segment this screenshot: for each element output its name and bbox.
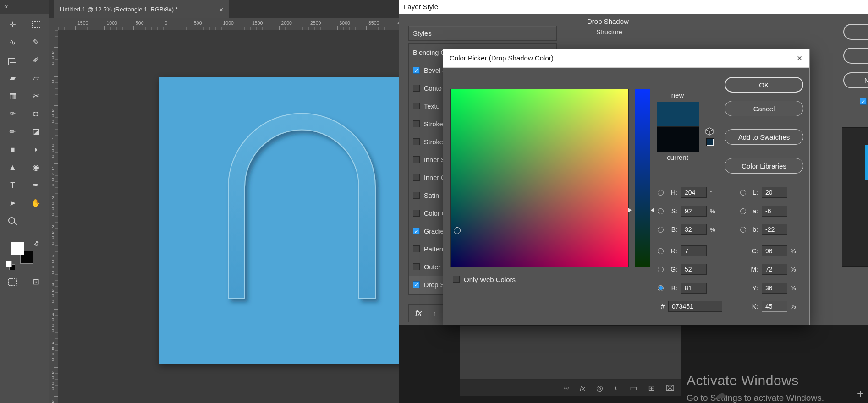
new-layer-icon[interactable]: ⊞ bbox=[648, 383, 654, 393]
value-input[interactable]: 92 bbox=[681, 206, 707, 217]
pen-tool-icon[interactable]: ✒ bbox=[24, 176, 48, 194]
color-picker-titlebar[interactable]: Color Picker (Drop Shadow Color) × bbox=[443, 49, 809, 68]
field-radio[interactable] bbox=[658, 227, 664, 233]
pencil-tool-icon[interactable]: ✏ bbox=[1, 123, 24, 141]
eyedropper-tool-icon[interactable]: ✐ bbox=[24, 51, 48, 69]
style-checkbox[interactable] bbox=[413, 85, 420, 92]
clone-stamp-tool-icon[interactable]: ◘ bbox=[24, 105, 48, 123]
field-radio[interactable] bbox=[740, 227, 746, 233]
value-input[interactable]: 52 bbox=[681, 264, 707, 275]
color-field[interactable] bbox=[450, 89, 629, 267]
zoom-tool-icon[interactable] bbox=[1, 212, 24, 230]
value-input[interactable]: 72 bbox=[762, 264, 787, 275]
cancel-button[interactable]: Cancel bbox=[725, 101, 803, 116]
field-radio[interactable] bbox=[740, 190, 746, 196]
rectangle-shape-tool-icon[interactable]: ■ bbox=[1, 141, 24, 158]
style-checkbox[interactable]: ✓ bbox=[413, 228, 420, 234]
collapse-panel-icon[interactable]: « bbox=[4, 2, 8, 10]
scissors-tool-icon[interactable]: ✂ bbox=[24, 87, 48, 105]
eraser-tool-icon[interactable]: ◪ bbox=[24, 123, 48, 141]
document-tab[interactable]: Untitled-1 @ 12.5% (Rectangle 1, RGB/8#)… bbox=[54, 0, 229, 18]
ls-ok-button[interactable] bbox=[843, 24, 868, 40]
quick-mask-icon[interactable] bbox=[1, 273, 24, 291]
slider-marker-right-icon[interactable] bbox=[651, 208, 654, 212]
move-tool-icon[interactable]: ✛ bbox=[1, 16, 24, 33]
value-input[interactable]: 36 bbox=[762, 283, 787, 294]
mesh-tool-icon[interactable]: ▦ bbox=[1, 87, 24, 105]
style-checkbox[interactable]: ✓ bbox=[413, 281, 420, 288]
style-checkbox[interactable] bbox=[413, 210, 420, 217]
field-radio[interactable] bbox=[658, 285, 664, 291]
screen-mode-icon[interactable]: ⊡ bbox=[24, 273, 48, 291]
add-to-swatches-button[interactable]: Add to Swatches bbox=[725, 129, 803, 145]
default-colors-icon[interactable] bbox=[6, 261, 12, 267]
field-radio[interactable] bbox=[658, 190, 664, 196]
layer-style-titlebar[interactable]: Layer Style bbox=[399, 0, 868, 14]
value-input[interactable]: 96 bbox=[762, 245, 787, 256]
hex-input[interactable]: 073451 bbox=[668, 301, 722, 312]
style-checkbox[interactable] bbox=[413, 192, 420, 199]
value-input[interactable]: 7 bbox=[681, 245, 707, 256]
close-icon[interactable]: × bbox=[797, 49, 802, 67]
current-color-swatch[interactable] bbox=[657, 126, 699, 152]
field-radio[interactable] bbox=[658, 248, 664, 254]
add-panel-icon[interactable]: + bbox=[857, 387, 864, 401]
only-web-colors-checkbox[interactable] bbox=[453, 276, 460, 283]
style-checkbox[interactable] bbox=[413, 263, 420, 270]
foreground-color-swatch[interactable] bbox=[11, 242, 24, 255]
ok-button[interactable]: OK bbox=[725, 77, 803, 93]
style-checkbox[interactable] bbox=[413, 103, 420, 109]
style-checkbox[interactable] bbox=[413, 156, 420, 163]
style-checkbox[interactable] bbox=[413, 138, 420, 145]
color-slider[interactable] bbox=[635, 89, 650, 267]
style-checkbox[interactable] bbox=[413, 174, 420, 181]
value-input[interactable]: 32 bbox=[681, 224, 707, 235]
crop-tool-icon[interactable] bbox=[1, 51, 24, 69]
field-radio[interactable] bbox=[740, 208, 746, 214]
smudge-tool-icon[interactable]: ◗ bbox=[24, 141, 48, 158]
preview-checkbox[interactable]: ✓ bbox=[860, 98, 867, 105]
vertical-ruler[interactable]: 5000500100015002000250030003500400045005… bbox=[49, 30, 59, 403]
more-tools-icon[interactable]: … bbox=[24, 212, 48, 230]
adjustment-layer-icon[interactable]: ◐ bbox=[614, 383, 619, 392]
delete-layer-icon[interactable]: ⌧ bbox=[665, 383, 675, 393]
value-input[interactable]: 81 bbox=[681, 283, 707, 294]
path-select-tool-icon[interactable]: ➤ bbox=[1, 194, 24, 212]
style-checkbox[interactable]: ✓ bbox=[413, 67, 420, 74]
field-radio[interactable] bbox=[658, 267, 664, 272]
lasso-tool-icon[interactable]: ∿ bbox=[1, 33, 24, 51]
dodge-tool-icon[interactable]: ◉ bbox=[24, 158, 48, 176]
type-tool-icon[interactable]: T bbox=[1, 176, 24, 194]
healing-brush-tool-icon[interactable]: ▱ bbox=[24, 69, 48, 87]
triangle-shape-tool-icon[interactable]: ▲ bbox=[1, 158, 24, 176]
style-checkbox[interactable] bbox=[413, 245, 420, 252]
layer-mask-icon[interactable]: ◎ bbox=[596, 383, 603, 393]
add-effect-icon[interactable]: fx bbox=[415, 309, 422, 317]
swap-colors-icon[interactable]: ⇄ bbox=[32, 239, 40, 247]
spot-healing-tool-icon[interactable]: ▰ bbox=[1, 69, 24, 87]
layer-effects-icon[interactable]: fx bbox=[580, 384, 585, 392]
field-radio[interactable] bbox=[658, 208, 664, 214]
layer-group-icon[interactable]: ▭ bbox=[630, 383, 637, 393]
value-input[interactable]: 20 bbox=[762, 187, 787, 198]
web-safe-color-swatch[interactable] bbox=[707, 139, 714, 146]
value-input[interactable]: 204 bbox=[681, 187, 707, 198]
value-input[interactable]: 45 bbox=[762, 301, 787, 312]
brush-tool-icon[interactable]: ✑ bbox=[1, 105, 24, 123]
value-input[interactable]: -6 bbox=[762, 206, 787, 217]
ls-new-style-button[interactable]: N bbox=[843, 72, 868, 88]
rectangular-marquee-tool-icon[interactable] bbox=[24, 16, 48, 33]
hand-tool-icon[interactable]: ✋ bbox=[24, 194, 48, 212]
horizontal-ruler[interactable]: 1500100050005001000150020002500300035004… bbox=[58, 18, 399, 31]
color-libraries-button[interactable]: Color Libraries bbox=[725, 158, 803, 174]
move-effect-up-icon[interactable]: ↑ bbox=[433, 310, 436, 317]
quick-select-tool-icon[interactable]: ✎ bbox=[24, 33, 48, 51]
link-layers-icon[interactable]: ∞ bbox=[563, 383, 569, 392]
ls-cancel-button[interactable] bbox=[843, 48, 868, 64]
slider-marker-left-icon[interactable] bbox=[628, 208, 632, 212]
web-safe-warning-icon[interactable] bbox=[705, 127, 714, 136]
color-field-marker[interactable] bbox=[454, 227, 461, 234]
tab-close-icon[interactable]: × bbox=[214, 5, 229, 13]
style-checkbox[interactable] bbox=[413, 120, 420, 127]
value-input[interactable]: -22 bbox=[762, 224, 787, 235]
